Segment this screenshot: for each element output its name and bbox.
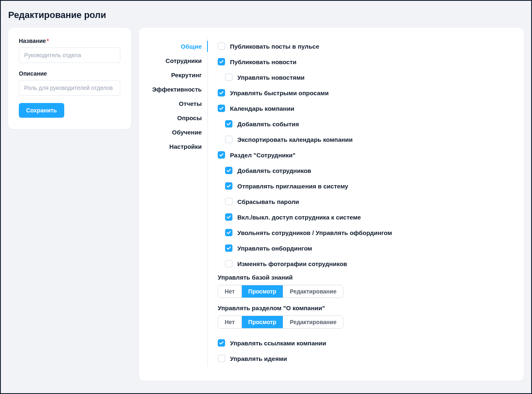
perm-item-8: Добавлять сотрудников (225, 163, 512, 178)
perm-item-13: Управлять онбордингом (225, 240, 512, 256)
perm-segment-15: Управлять базой знанийНетПросмотрРедакти… (218, 274, 512, 298)
permissions-list: Публиковать посты в пульсеПубликовать но… (208, 38, 512, 366)
tab-5[interactable]: Опросы (147, 111, 207, 125)
perm-checkbox-0[interactable] (218, 43, 225, 50)
perm-checkbox-17[interactable] (218, 339, 225, 347)
perm-label: Управлять идеями (230, 355, 287, 362)
perm-item-18: Управлять идеями (218, 351, 512, 366)
perm-item-0: Публиковать посты в пульсе (218, 38, 512, 54)
segment-label: Управлять разделом "О компании" (218, 304, 512, 311)
desc-input[interactable] (19, 80, 120, 96)
perm-item-1: Публиковать новости (218, 54, 512, 69)
perm-item-17: Управлять ссылками компании (218, 335, 512, 351)
perm-checkbox-5[interactable] (225, 120, 232, 128)
perm-label: Публиковать посты в пульсе (230, 43, 319, 50)
perm-checkbox-18[interactable] (218, 355, 225, 362)
tab-6[interactable]: Обучение (147, 125, 207, 139)
segment-option-2[interactable]: Редактирование (283, 316, 343, 328)
perm-checkbox-14[interactable] (225, 260, 232, 267)
perm-item-2: Управлять новостями (225, 69, 512, 85)
perm-item-5: Добавлять события (225, 116, 512, 132)
perm-item-12: Увольнять сотрудников / Управлять офборд… (225, 225, 512, 240)
name-label: Название* (19, 38, 120, 44)
perm-label: Добавлять сотрудников (237, 167, 311, 174)
perm-item-10: Сбрасывать пароли (225, 194, 512, 209)
perm-label: Управлять новостями (237, 74, 304, 81)
perm-checkbox-7[interactable] (218, 151, 225, 159)
perm-checkbox-3[interactable] (218, 89, 225, 96)
perm-checkbox-8[interactable] (225, 167, 232, 174)
save-button[interactable]: Сохранить (19, 103, 64, 118)
perm-label: Вкл./выкл. доступ сотрудника к системе (237, 214, 361, 221)
tab-7[interactable]: Настройки (147, 139, 207, 154)
perm-item-4: Календарь компании (218, 101, 512, 116)
perm-item-7: Раздел "Сотрудники" (218, 147, 512, 163)
tab-1[interactable]: Сотрудники (147, 54, 207, 68)
perm-checkbox-6[interactable] (225, 136, 232, 143)
perm-checkbox-9[interactable] (225, 182, 232, 190)
perm-label: Управлять быстрыми опросами (230, 90, 329, 96)
perm-checkbox-1[interactable] (218, 58, 225, 65)
perm-label: Публиковать новости (230, 58, 296, 65)
role-form-card: Название* Описание Сохранить (8, 28, 131, 129)
perm-checkbox-10[interactable] (225, 198, 232, 205)
segment-option-1[interactable]: Просмотр (242, 285, 284, 298)
perm-item-14: Изменять фотографии сотрудников (225, 256, 512, 271)
segment-control: НетПросмотрРедактирование (218, 316, 343, 329)
segment-option-2[interactable]: Редактирование (283, 285, 343, 298)
perm-checkbox-11[interactable] (225, 213, 232, 221)
perm-checkbox-13[interactable] (225, 244, 232, 252)
tab-0[interactable]: Общие (147, 39, 207, 54)
perm-label: Отправлять приглашения в систему (237, 183, 348, 190)
segment-control: НетПросмотрРедактирование (218, 285, 343, 298)
segment-option-0[interactable]: Нет (218, 316, 242, 328)
perm-item-9: Отправлять приглашения в систему (225, 178, 512, 194)
tab-3[interactable]: Эффективность (147, 82, 207, 96)
category-tabs: ОбщиеСотрудникиРекрутингЭффективностьОтч… (147, 38, 208, 366)
perm-segment-16: Управлять разделом "О компании"НетПросмо… (218, 304, 512, 329)
segment-option-1[interactable]: Просмотр (242, 316, 284, 328)
tab-4[interactable]: Отчеты (147, 96, 207, 111)
perm-checkbox-4[interactable] (218, 105, 225, 112)
perm-label: Добавлять события (237, 121, 299, 128)
required-mark: * (47, 38, 49, 44)
perm-label: Раздел "Сотрудники" (230, 152, 295, 159)
perm-label: Управлять ссылками компании (230, 340, 326, 347)
perm-label: Календарь компании (230, 105, 294, 112)
name-input[interactable] (19, 47, 120, 63)
desc-label: Описание (19, 70, 120, 77)
perm-item-6: Экспортировать календарь компании (225, 132, 512, 147)
segment-label: Управлять базой знаний (218, 274, 512, 281)
perm-label: Изменять фотографии сотрудников (237, 260, 347, 267)
tab-2[interactable]: Рекрутинг (147, 68, 207, 82)
perm-item-3: Управлять быстрыми опросами (218, 85, 512, 101)
page-title: Редактирование роли (8, 10, 524, 20)
perm-item-11: Вкл./выкл. доступ сотрудника к системе (225, 209, 512, 225)
perm-label: Сбрасывать пароли (237, 198, 299, 205)
perm-checkbox-2[interactable] (225, 74, 232, 81)
perm-checkbox-12[interactable] (225, 229, 232, 236)
segment-option-0[interactable]: Нет (218, 285, 242, 298)
perm-label: Экспортировать календарь компании (237, 136, 353, 143)
perm-label: Увольнять сотрудников / Управлять офборд… (237, 229, 392, 236)
perm-label: Управлять онбордингом (237, 245, 312, 252)
permissions-card: ОбщиеСотрудникиРекрутингЭффективностьОтч… (139, 28, 524, 381)
